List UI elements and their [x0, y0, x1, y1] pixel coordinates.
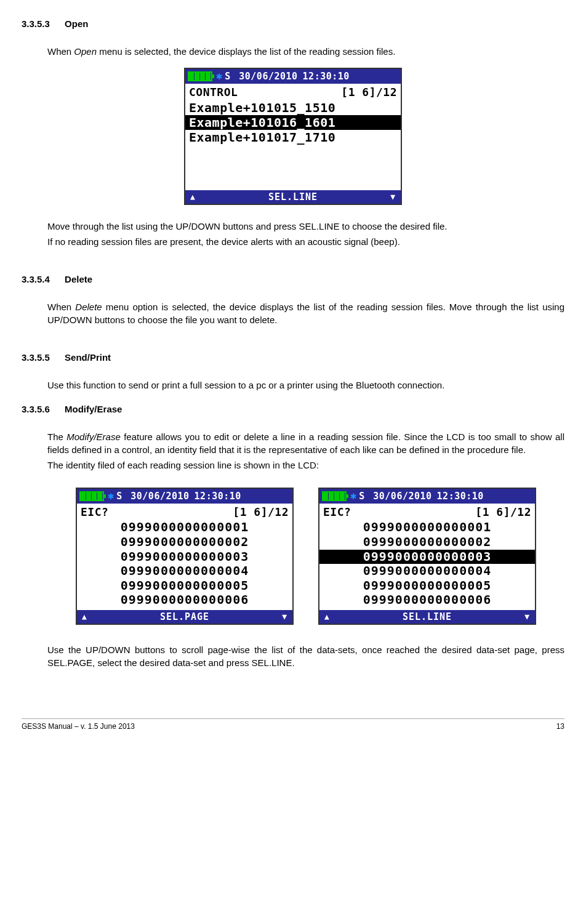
list-item: 0999000000000001	[319, 520, 535, 535]
lcd-title-right: [1 6]/12	[233, 504, 289, 520]
heading-open: 3.3.5.3 Open	[22, 17, 564, 30]
para-modifyerase: The Modify/Erase feature allows you to e…	[22, 430, 564, 472]
list-item: 0999000000000003	[77, 550, 292, 564]
battery-icon	[322, 491, 347, 501]
lcd-title-row: EIC? [1 6]/12	[77, 504, 292, 520]
down-arrow-icon: ▼	[282, 611, 287, 622]
para-scroll-instructions: Use the UP/DOWN buttons to scroll page-w…	[22, 643, 564, 669]
para-open-instructions: Move through the list using the UP/DOWN …	[22, 220, 564, 248]
page-footer: GES3S Manual – v. 1.5 June 2013 13	[22, 718, 564, 732]
lcd-status-bar: ✱ S 30/06/2010 12:30:10	[77, 489, 292, 504]
list-item: 0999000000000005	[77, 579, 292, 593]
list-item: 0999000000000002	[319, 535, 535, 550]
heading-title: Open	[65, 18, 88, 29]
status-date: 30/06/2010	[373, 490, 431, 503]
para-open-intro: When Open menu is selected, the device d…	[22, 45, 564, 58]
heading-sendprint: 3.3.5.5 Send/Print	[22, 351, 564, 364]
list-item-selected: Example+101016_1601	[185, 115, 401, 130]
footer-label: SEL.LINE	[196, 191, 390, 204]
list-item-selected: 0999000000000003	[319, 550, 535, 564]
bluetooth-icon: ✱	[350, 489, 356, 504]
list-item: 0999000000000004	[319, 564, 535, 579]
lcd-status-bar: ✱ S 30/06/2010 12:30:10	[319, 489, 535, 504]
status-s: S	[225, 70, 230, 83]
list-item: 0999000000000005	[319, 579, 535, 593]
heading-title: Modify/Erase	[65, 404, 122, 414]
list-item: 0999000000000006	[77, 593, 292, 608]
status-s: S	[359, 490, 364, 503]
heading-num: 3.3.5.6	[22, 404, 50, 414]
status-date: 30/06/2010	[239, 70, 297, 83]
battery-icon	[79, 491, 104, 501]
battery-icon	[188, 71, 212, 81]
status-s: S	[116, 490, 122, 503]
lcd-title-row: EIC? [1 6]/12	[319, 504, 535, 520]
footer-label: SEL.PAGE	[87, 611, 282, 624]
status-time: 12:30:10	[195, 490, 241, 503]
lcd-eic-list: 0999000000000001 0999000000000002 099900…	[77, 520, 292, 610]
lcd-footer: ▲ SEL.PAGE ▼	[77, 610, 292, 624]
list-item: 0999000000000004	[77, 564, 292, 579]
lcd-title-row: CONTROL [1 6]/12	[185, 84, 401, 100]
heading-num: 3.3.5.3	[22, 18, 50, 29]
lcd-selpage-screenshot: ✱ S 30/06/2010 12:30:10 EIC? [1 6]/12 09…	[76, 488, 294, 625]
list-item: 0999000000000006	[319, 593, 535, 608]
para-delete: When Delete menu option is selected, the…	[22, 300, 564, 326]
lcd-eic-list: 0999000000000001 0999000000000002 099900…	[319, 520, 535, 610]
lcd-status-bar: ✱ S 30/06/2010 12:30:10	[185, 69, 401, 84]
status-time: 12:30:10	[437, 490, 484, 503]
heading-delete: 3.3.5.4 Delete	[22, 273, 564, 286]
list-item: Example+101015_1510	[185, 100, 401, 115]
lcd-title-left: EIC?	[323, 504, 351, 520]
lcd-title-left: CONTROL	[189, 84, 238, 100]
heading-num: 3.3.5.4	[22, 274, 50, 284]
list-item: Example+101017_1710	[185, 130, 401, 145]
lcd-footer: ▲ SEL.LINE ▼	[319, 610, 535, 624]
heading-title: Delete	[65, 274, 92, 284]
down-arrow-icon: ▼	[390, 191, 396, 203]
footer-left: GES3S Manual – v. 1.5 June 2013	[22, 721, 135, 732]
status-time: 12:30:10	[303, 70, 350, 83]
lcd-title-left: EIC?	[81, 504, 108, 520]
heading-title: Send/Print	[65, 352, 111, 363]
lcd-open-screenshot: ✱ S 30/06/2010 12:30:10 CONTROL [1 6]/12…	[184, 68, 402, 205]
lcd-title-right: [1 6]/12	[341, 84, 397, 100]
up-arrow-icon: ▲	[82, 611, 87, 622]
footer-right: 13	[556, 721, 564, 732]
lcd-title-right: [1 6]/12	[475, 504, 531, 520]
para-sendprint: Use this function to send or print a ful…	[22, 379, 564, 392]
up-arrow-icon: ▲	[190, 191, 196, 203]
up-arrow-icon: ▲	[324, 611, 330, 622]
heading-modifyerase: 3.3.5.6 Modify/Erase	[22, 403, 564, 416]
down-arrow-icon: ▼	[524, 611, 530, 622]
lcd-footer: ▲ SEL.LINE ▼	[185, 190, 401, 204]
lcd-file-list: Example+101015_1510 Example+101016_1601 …	[185, 100, 401, 190]
bluetooth-icon: ✱	[108, 489, 114, 504]
list-item: 0999000000000002	[77, 535, 292, 550]
heading-num: 3.3.5.5	[22, 352, 50, 363]
status-date: 30/06/2010	[130, 490, 189, 503]
bluetooth-icon: ✱	[216, 69, 222, 84]
list-item: 0999000000000001	[77, 520, 292, 535]
footer-label: SEL.LINE	[330, 611, 524, 624]
lcd-selline-screenshot: ✱ S 30/06/2010 12:30:10 EIC? [1 6]/12 09…	[318, 488, 536, 625]
